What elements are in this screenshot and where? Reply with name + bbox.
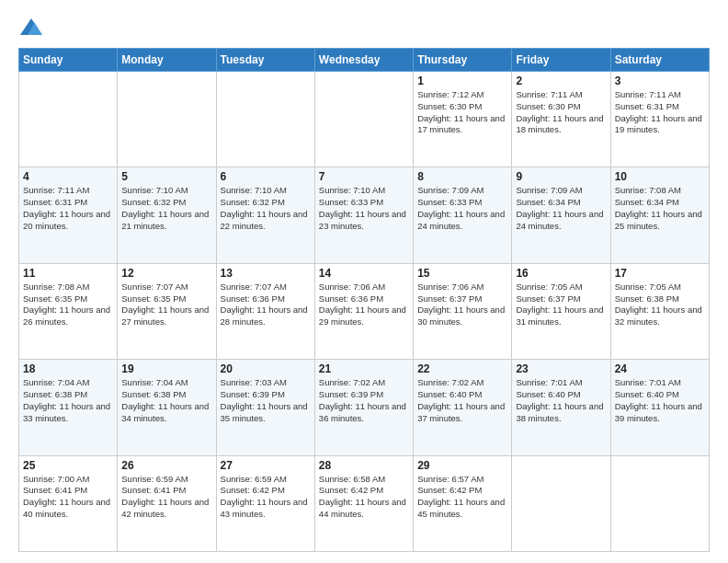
calendar-day-cell: 22Sunrise: 7:02 AM Sunset: 6:40 PM Dayli… xyxy=(414,360,512,455)
day-info: Sunrise: 7:06 AM Sunset: 6:37 PM Dayligh… xyxy=(417,282,507,328)
day-number: 9 xyxy=(516,170,606,183)
calendar-day-cell: 16Sunrise: 7:05 AM Sunset: 6:37 PM Dayli… xyxy=(512,263,610,359)
day-info: Sunrise: 7:11 AM Sunset: 6:30 PM Dayligh… xyxy=(516,89,606,136)
day-number: 6 xyxy=(221,170,311,183)
day-info: Sunrise: 7:10 AM Sunset: 6:33 PM Dayligh… xyxy=(319,185,409,232)
calendar-day-cell: 13Sunrise: 7:07 AM Sunset: 6:36 PM Dayli… xyxy=(216,263,314,359)
calendar-day-cell: 12Sunrise: 7:07 AM Sunset: 6:35 PM Dayli… xyxy=(118,263,216,359)
calendar-week-row: 11Sunrise: 7:08 AM Sunset: 6:35 PM Dayli… xyxy=(19,263,710,359)
calendar-day-cell: 15Sunrise: 7:06 AM Sunset: 6:37 PM Dayli… xyxy=(414,263,512,359)
calendar-day-cell: 7Sunrise: 7:10 AM Sunset: 6:33 PM Daylig… xyxy=(314,167,413,263)
calendar-day-cell: 27Sunrise: 6:59 AM Sunset: 6:42 PM Dayli… xyxy=(216,455,314,551)
day-number: 17 xyxy=(615,267,705,280)
day-info: Sunrise: 7:01 AM Sunset: 6:40 PM Dayligh… xyxy=(516,377,606,424)
calendar-day-cell xyxy=(216,72,314,167)
calendar-day-header: Wednesday xyxy=(314,49,413,72)
day-info: Sunrise: 7:09 AM Sunset: 6:33 PM Dayligh… xyxy=(417,185,507,232)
day-number: 18 xyxy=(23,362,113,375)
day-number: 29 xyxy=(417,459,507,472)
day-number: 3 xyxy=(615,75,705,87)
day-info: Sunrise: 6:59 AM Sunset: 6:41 PM Dayligh… xyxy=(121,474,211,521)
calendar-day-cell: 8Sunrise: 7:09 AM Sunset: 6:33 PM Daylig… xyxy=(414,167,512,263)
day-number: 13 xyxy=(221,267,311,280)
day-info: Sunrise: 7:11 AM Sunset: 6:31 PM Dayligh… xyxy=(615,89,705,136)
calendar-day-cell: 19Sunrise: 7:04 AM Sunset: 6:38 PM Dayli… xyxy=(118,360,216,455)
calendar-day-cell: 21Sunrise: 7:02 AM Sunset: 6:39 PM Dayli… xyxy=(314,360,413,455)
calendar-day-cell: 28Sunrise: 6:58 AM Sunset: 6:42 PM Dayli… xyxy=(314,455,413,551)
calendar-day-cell xyxy=(314,72,413,167)
day-number: 22 xyxy=(417,362,507,375)
day-number: 12 xyxy=(121,267,211,280)
calendar-day-cell: 24Sunrise: 7:01 AM Sunset: 6:40 PM Dayli… xyxy=(610,360,709,455)
day-info: Sunrise: 7:09 AM Sunset: 6:34 PM Dayligh… xyxy=(516,185,606,232)
calendar: SundayMondayTuesdayWednesdayThursdayFrid… xyxy=(18,48,710,552)
calendar-day-cell: 9Sunrise: 7:09 AM Sunset: 6:34 PM Daylig… xyxy=(512,167,610,263)
calendar-day-cell: 3Sunrise: 7:11 AM Sunset: 6:31 PM Daylig… xyxy=(610,72,709,167)
day-info: Sunrise: 7:07 AM Sunset: 6:36 PM Dayligh… xyxy=(221,282,311,328)
day-number: 19 xyxy=(121,362,211,375)
day-number: 16 xyxy=(516,267,606,280)
logo-icon xyxy=(18,15,44,40)
day-number: 5 xyxy=(121,170,211,183)
day-number: 10 xyxy=(615,170,705,183)
day-info: Sunrise: 6:57 AM Sunset: 6:42 PM Dayligh… xyxy=(417,474,507,521)
day-number: 1 xyxy=(417,75,507,87)
day-number: 20 xyxy=(221,362,311,375)
calendar-day-cell: 29Sunrise: 6:57 AM Sunset: 6:42 PM Dayli… xyxy=(414,455,512,551)
day-number: 14 xyxy=(319,267,409,280)
calendar-week-row: 18Sunrise: 7:04 AM Sunset: 6:38 PM Dayli… xyxy=(19,360,710,455)
day-info: Sunrise: 7:00 AM Sunset: 6:41 PM Dayligh… xyxy=(23,474,113,521)
day-number: 28 xyxy=(319,459,409,472)
day-info: Sunrise: 7:11 AM Sunset: 6:31 PM Dayligh… xyxy=(23,185,113,232)
day-info: Sunrise: 6:58 AM Sunset: 6:42 PM Dayligh… xyxy=(319,474,409,521)
day-info: Sunrise: 7:02 AM Sunset: 6:39 PM Dayligh… xyxy=(319,377,409,424)
day-number: 11 xyxy=(23,267,113,280)
day-info: Sunrise: 7:02 AM Sunset: 6:40 PM Dayligh… xyxy=(417,377,507,424)
calendar-day-cell: 26Sunrise: 6:59 AM Sunset: 6:41 PM Dayli… xyxy=(118,455,216,551)
calendar-week-row: 4Sunrise: 7:11 AM Sunset: 6:31 PM Daylig… xyxy=(19,167,710,263)
calendar-day-cell: 10Sunrise: 7:08 AM Sunset: 6:34 PM Dayli… xyxy=(610,167,709,263)
day-number: 26 xyxy=(121,459,211,472)
calendar-week-row: 1Sunrise: 7:12 AM Sunset: 6:30 PM Daylig… xyxy=(19,72,710,167)
day-info: Sunrise: 6:59 AM Sunset: 6:42 PM Dayligh… xyxy=(221,474,311,521)
day-info: Sunrise: 7:06 AM Sunset: 6:36 PM Dayligh… xyxy=(319,282,409,328)
calendar-day-cell: 14Sunrise: 7:06 AM Sunset: 6:36 PM Dayli… xyxy=(314,263,413,359)
day-number: 24 xyxy=(615,362,705,375)
calendar-day-header: Saturday xyxy=(610,49,709,72)
day-number: 21 xyxy=(319,362,409,375)
day-number: 2 xyxy=(516,75,606,87)
calendar-day-header: Monday xyxy=(118,49,216,72)
calendar-day-cell xyxy=(610,455,709,551)
calendar-day-cell: 11Sunrise: 7:08 AM Sunset: 6:35 PM Dayli… xyxy=(19,263,118,359)
calendar-day-header: Friday xyxy=(512,49,610,72)
day-number: 4 xyxy=(23,170,113,183)
day-info: Sunrise: 7:10 AM Sunset: 6:32 PM Dayligh… xyxy=(121,185,211,232)
day-info: Sunrise: 7:05 AM Sunset: 6:38 PM Dayligh… xyxy=(615,282,705,328)
day-number: 8 xyxy=(417,170,507,183)
calendar-day-header: Thursday xyxy=(414,49,512,72)
calendar-day-cell xyxy=(118,72,216,167)
calendar-day-cell: 2Sunrise: 7:11 AM Sunset: 6:30 PM Daylig… xyxy=(512,72,610,167)
page: SundayMondayTuesdayWednesdayThursdayFrid… xyxy=(0,0,728,563)
day-info: Sunrise: 7:05 AM Sunset: 6:37 PM Dayligh… xyxy=(516,282,606,328)
day-number: 7 xyxy=(319,170,409,183)
day-number: 27 xyxy=(221,459,311,472)
day-info: Sunrise: 7:10 AM Sunset: 6:32 PM Dayligh… xyxy=(221,185,311,232)
day-number: 15 xyxy=(417,267,507,280)
day-info: Sunrise: 7:04 AM Sunset: 6:38 PM Dayligh… xyxy=(23,377,113,424)
day-info: Sunrise: 7:07 AM Sunset: 6:35 PM Dayligh… xyxy=(121,282,211,328)
header xyxy=(18,15,710,40)
day-info: Sunrise: 7:04 AM Sunset: 6:38 PM Dayligh… xyxy=(121,377,211,424)
calendar-day-cell: 20Sunrise: 7:03 AM Sunset: 6:39 PM Dayli… xyxy=(216,360,314,455)
calendar-day-cell: 6Sunrise: 7:10 AM Sunset: 6:32 PM Daylig… xyxy=(216,167,314,263)
calendar-week-row: 25Sunrise: 7:00 AM Sunset: 6:41 PM Dayli… xyxy=(19,455,710,551)
calendar-day-cell: 18Sunrise: 7:04 AM Sunset: 6:38 PM Dayli… xyxy=(19,360,118,455)
calendar-day-cell: 4Sunrise: 7:11 AM Sunset: 6:31 PM Daylig… xyxy=(19,167,118,263)
day-info: Sunrise: 7:03 AM Sunset: 6:39 PM Dayligh… xyxy=(221,377,311,424)
calendar-day-cell xyxy=(19,72,118,167)
calendar-day-cell: 23Sunrise: 7:01 AM Sunset: 6:40 PM Dayli… xyxy=(512,360,610,455)
day-info: Sunrise: 7:01 AM Sunset: 6:40 PM Dayligh… xyxy=(615,377,705,424)
day-info: Sunrise: 7:12 AM Sunset: 6:30 PM Dayligh… xyxy=(417,89,507,136)
calendar-day-header: Sunday xyxy=(19,49,118,72)
day-info: Sunrise: 7:08 AM Sunset: 6:35 PM Dayligh… xyxy=(23,282,113,328)
